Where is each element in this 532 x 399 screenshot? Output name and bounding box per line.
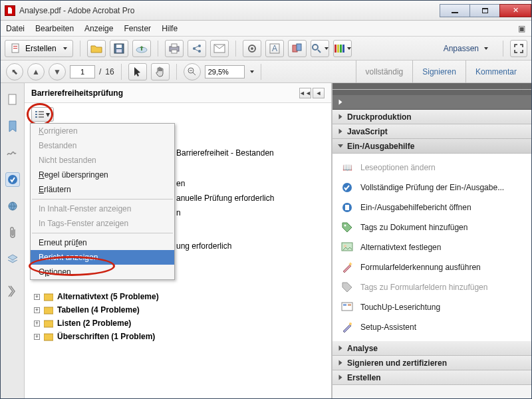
ctx-erlaeutern[interactable]: Erläutern [31,182,174,197]
svg-rect-31 [35,114,37,115]
section-erstellen[interactable]: Erstellen [332,370,531,385]
ctx-optionen[interactable]: Optionen [31,265,174,279]
first-page-button[interactable]: ⬉ [6,63,23,80]
tree-item-ueberschriften[interactable]: +Überschriften (1 Problem) [34,332,159,341]
ctx-bericht-anzeigen[interactable]: Bericht anzeigen [31,250,174,265]
rail-pages-icon[interactable] [5,92,20,107]
open-button[interactable] [87,40,106,57]
svg-rect-33 [35,116,37,118]
system-menu-icon[interactable]: ▣ [517,24,526,33]
ctx-erneut-pruefen[interactable]: Erneut prüfen [31,235,174,250]
select-tool-button[interactable] [128,63,147,80]
app-window: Analyse.pdf - Adobe Acrobat Pro ✕ Datei … [0,0,532,399]
chevron-down-icon[interactable] [250,70,254,73]
section-analyse[interactable]: Analyse [332,341,531,356]
rail-layers-icon[interactable] [5,252,20,267]
rail-accessibility-icon[interactable] [5,172,20,187]
section-label: Analyse [347,344,378,353]
hand-icon [155,66,166,77]
book-icon: 📖 [340,161,354,174]
fullscreen-button[interactable] [510,40,527,57]
section-ein-ausgabehilfe[interactable]: Ein-/Ausgabehilfe [332,139,531,154]
zoom-input[interactable] [205,65,245,78]
zoom-out-button[interactable] [184,63,201,80]
rail-hide-icon[interactable] [5,284,20,299]
share-button[interactable] [188,40,206,57]
tool-touchup[interactable]: TouchUp-Leserichtung [332,297,531,317]
close-button[interactable]: ✕ [499,4,531,17]
menu-window[interactable]: Fenster [124,24,151,33]
tool-tags-hinzufuegen[interactable]: Tags zu Dokument hinzufügen [332,217,531,237]
folder-icon [44,319,53,328]
combine-icon [292,43,303,54]
create-button[interactable]: Erstellen [5,40,73,57]
share-icon [192,43,202,54]
svg-rect-5 [116,49,122,53]
svg-rect-37 [44,321,53,327]
save-button[interactable] [110,40,128,57]
tool-vollpruefung[interactable]: Vollständige Prüfung der Ein-/Ausgabe... [332,178,531,198]
maximize-button[interactable] [469,4,500,17]
ctx-regel-ueberspringen[interactable]: Regel überspringen [31,168,174,182]
panel-nav-prev[interactable]: ◄◄ [299,88,311,98]
combine-button[interactable] [288,40,307,57]
touchup-icon [340,301,354,314]
tree-item-listen[interactable]: +Listen (2 Probleme) [34,319,159,328]
prev-page-button[interactable]: ▲ [27,63,45,80]
customize-label: Anpassen [444,44,479,53]
ctx-korrigieren: Korrigieren [31,124,174,138]
menu-view[interactable]: Anzeige [84,24,113,33]
tool-label: Setup-Assistent [360,323,416,332]
chevron-down-icon [325,47,329,50]
panel-nav-collapse[interactable]: ◄ [313,88,325,98]
hand-tool-button[interactable] [151,63,170,80]
tool-bericht-oeffnen[interactable]: Ein-/Ausgabehilfebericht öffnen [332,198,531,217]
page-input[interactable] [70,65,95,78]
next-page-button[interactable]: ▼ [49,63,66,80]
tool-formularfeld[interactable]: Formularfelderkennung ausführen [332,257,531,277]
rail-attachment-icon[interactable] [5,225,20,240]
menu-edit[interactable]: Bearbeiten [35,24,74,33]
section-hidden-header[interactable]: . [332,95,531,110]
customize-dropdown[interactable]: Anpassen [436,44,496,53]
email-button[interactable] [210,40,229,57]
accessibility-panel-header: Barrierefreiheitsprüfung ◄◄ ◄ [25,83,331,103]
menu-help[interactable]: Hilfe [162,24,178,33]
print-button[interactable] [165,40,184,57]
tab-vollstaendig[interactable]: vollständig [356,61,413,83]
section-signieren-zertifizieren[interactable]: Signieren und zertifizieren [332,356,531,370]
rail-globe-icon[interactable] [5,199,20,213]
section-javascript[interactable]: JavaScript [332,124,531,139]
text-recognition-icon: A [269,43,280,54]
options-menu-button[interactable]: ▾ [31,107,54,122]
tool-alternativtext[interactable]: Alternativtext festlegen [332,237,531,257]
minimize-button[interactable] [440,4,470,17]
color-bars-icon [334,43,344,54]
tree-item-tabellen[interactable]: +Tabellen (4 Probleme) [34,305,159,315]
section-druckproduktion[interactable]: Druckproduktion [332,110,531,124]
section-label: JavaScript [347,127,388,136]
gear-icon [247,43,257,54]
create-label: Erstellen [25,44,57,53]
tab-kommentar[interactable]: Kommentar [466,61,526,83]
color-button[interactable] [333,40,352,57]
gear-button[interactable] [243,40,261,57]
rail-signature-icon[interactable] [5,146,20,160]
right-tabs: vollständig Signieren Kommentar [356,61,526,83]
menu-file[interactable]: Datei [6,24,25,33]
save-cloud-button[interactable] [132,40,151,57]
tree-fragment-5: ung erforderlich [176,241,231,251]
tool-setup-assistent[interactable]: Setup-Assistent [332,317,531,337]
search-button[interactable] [311,40,329,57]
grip-icon[interactable]: ⋮⋮ [518,84,527,94]
tool-label: Leseoptionen ändern [360,163,436,172]
tag-icon [340,221,354,234]
tab-signieren[interactable]: Signieren [412,61,466,83]
svg-rect-29 [35,111,37,112]
tree-item-alternativtext[interactable]: +Alternativtext (5 Probleme) [34,292,159,301]
svg-rect-24 [342,45,344,53]
ctx-bestanden: Bestanden [31,138,174,153]
rail-bookmark-icon[interactable] [5,119,20,134]
ocr-button[interactable]: A [265,40,284,57]
titlebar: Analyse.pdf - Adobe Acrobat Pro ✕ [1,1,531,21]
